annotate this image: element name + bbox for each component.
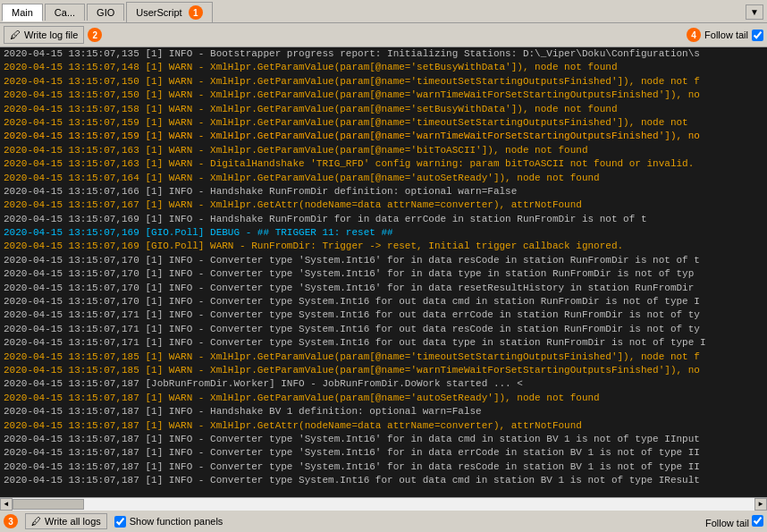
log-line: 2020-04-15 13:15:07,167 [1] WARN - XmlHl… bbox=[0, 198, 767, 212]
log-line: 2020-04-15 13:15:07,150 [1] WARN - XmlHl… bbox=[0, 89, 767, 102]
log-line: 2020-04-15 13:15:07,185 [1] WARN - XmlHl… bbox=[0, 350, 767, 364]
write-log-icon: 🖊 bbox=[10, 29, 21, 41]
tab-userscript[interactable]: UserScript 1 bbox=[126, 2, 212, 22]
tab-gio[interactable]: GIO bbox=[87, 4, 124, 21]
write-log-label: Write log file bbox=[24, 30, 78, 40]
follow-tail-area: 4 Follow tail bbox=[687, 28, 763, 42]
log-line: 2020-04-15 13:15:07,185 [1] WARN - XmlHl… bbox=[0, 364, 767, 377]
write-all-logs-button[interactable]: 🖊 Write all logs bbox=[25, 513, 107, 529]
log-line: 2020-04-15 13:15:07,169 [1] INFO - Hands… bbox=[0, 213, 767, 226]
log-line: 2020-04-15 13:15:07,187 [1] INFO - Conve… bbox=[0, 474, 767, 487]
log-line: 2020-04-15 13:15:07,166 [1] INFO - Hands… bbox=[0, 185, 767, 198]
toolbar: 🖊 Write log file 2 4 Follow tail bbox=[0, 23, 767, 47]
log-line: 2020-04-15 13:15:07,170 [1] INFO - Conve… bbox=[0, 282, 767, 295]
write-all-logs-icon: 🖊 bbox=[31, 516, 41, 527]
log-line: 2020-04-15 13:15:07,170 [1] INFO - Conve… bbox=[0, 267, 767, 281]
show-function-panels-label: Show function panels bbox=[130, 516, 223, 527]
log-line: 2020-04-15 13:15:07,159 [1] WARN - XmlHl… bbox=[0, 116, 767, 130]
log-line: 2020-04-15 13:15:07,163 [1] WARN - Digit… bbox=[0, 157, 767, 171]
tab-main[interactable]: Main bbox=[2, 4, 43, 21]
log-area[interactable]: 2020-04-15 13:15:07,135 [1] INFO - Boots… bbox=[0, 47, 767, 497]
bottom-bar: 3 🖊 Write all logs Show function panels … bbox=[0, 510, 767, 532]
log-line: 2020-04-15 13:15:07,187 [1] INFO - Conve… bbox=[0, 460, 767, 474]
log-line: 2020-04-15 13:15:07,159 [1] WARN - XmlHl… bbox=[0, 130, 767, 143]
log-line: 2020-04-15 13:15:07,170 [1] INFO - Conve… bbox=[0, 295, 767, 308]
tab-dropdown-area: ▼ bbox=[746, 4, 763, 20]
log-line: 2020-04-15 13:15:07,135 [1] INFO - Boots… bbox=[0, 47, 767, 61]
bottom-follow-tail-label: Follow tail bbox=[705, 518, 749, 528]
log-line: 2020-04-15 13:15:07,163 [1] WARN - XmlHl… bbox=[0, 144, 767, 157]
log-line: 2020-04-15 13:15:07,187 [JobRunFromDir.W… bbox=[0, 377, 767, 391]
log-line: 2020-04-15 13:15:07,187 [1] WARN - XmlHl… bbox=[0, 392, 767, 405]
follow-tail-label: Follow tail bbox=[704, 30, 748, 40]
log-line: 2020-04-15 13:15:07,187 [1] WARN - XmlHl… bbox=[0, 419, 767, 433]
horizontal-scrollbar: ◄ ► bbox=[0, 497, 767, 510]
log-line: 2020-04-15 13:15:07,187 [1] INFO - Hands… bbox=[0, 405, 767, 418]
log-line: 2020-04-15 13:15:07,150 [1] WARN - XmlHl… bbox=[0, 75, 767, 89]
show-function-panels-checkbox[interactable] bbox=[114, 516, 126, 528]
tab-dropdown-button[interactable]: ▼ bbox=[746, 4, 763, 20]
toolbar-badge-2: 2 bbox=[88, 28, 102, 42]
log-line: 2020-04-15 13:15:07,164 [1] WARN - XmlHl… bbox=[0, 172, 767, 185]
log-line: 2020-04-15 13:15:07,187 [1] INFO - Conve… bbox=[0, 433, 767, 446]
log-line: 2020-04-15 13:15:07,171 [1] INFO - Conve… bbox=[0, 308, 767, 322]
log-line: 2020-04-15 13:15:07,169 [GIO.Poll] WARN … bbox=[0, 240, 767, 253]
bottom-badge-3: 3 bbox=[4, 514, 18, 528]
scroll-thumb[interactable] bbox=[13, 499, 84, 510]
tab-ca[interactable]: Ca... bbox=[45, 4, 85, 21]
bottom-follow-tail-area: Follow tail bbox=[705, 515, 763, 528]
scroll-left-button[interactable]: ◄ bbox=[0, 498, 13, 511]
scroll-track[interactable] bbox=[13, 498, 754, 511]
log-line: 2020-04-15 13:15:07,171 [1] INFO - Conve… bbox=[0, 336, 767, 350]
log-line: 2020-04-15 13:15:07,169 [GIO.Poll] DEBUG… bbox=[0, 226, 767, 240]
scroll-right-button[interactable]: ► bbox=[754, 498, 767, 511]
follow-tail-checkbox[interactable] bbox=[752, 30, 763, 41]
follow-tail-badge-4: 4 bbox=[687, 28, 701, 42]
bottom-follow-tail-checkbox[interactable] bbox=[752, 515, 763, 527]
log-line: 2020-04-15 13:15:07,187 [1] INFO - Conve… bbox=[0, 446, 767, 460]
log-line: 2020-04-15 13:15:07,148 [1] WARN - XmlHl… bbox=[0, 61, 767, 74]
log-line: 2020-04-15 13:15:07,170 [1] INFO - Conve… bbox=[0, 254, 767, 267]
tab-bar: Main Ca... GIO UserScript 1 ▼ bbox=[0, 0, 767, 23]
write-log-button[interactable]: 🖊 Write log file bbox=[4, 26, 84, 44]
userscript-tab-badge: 1 bbox=[189, 5, 203, 20]
write-all-logs-label: Write all logs bbox=[45, 516, 101, 527]
show-function-panels-area: Show function panels bbox=[114, 516, 223, 528]
log-line: 2020-04-15 13:15:07,158 [1] WARN - XmlHl… bbox=[0, 103, 767, 116]
log-line: 2020-04-15 13:15:07,171 [1] INFO - Conve… bbox=[0, 323, 767, 336]
